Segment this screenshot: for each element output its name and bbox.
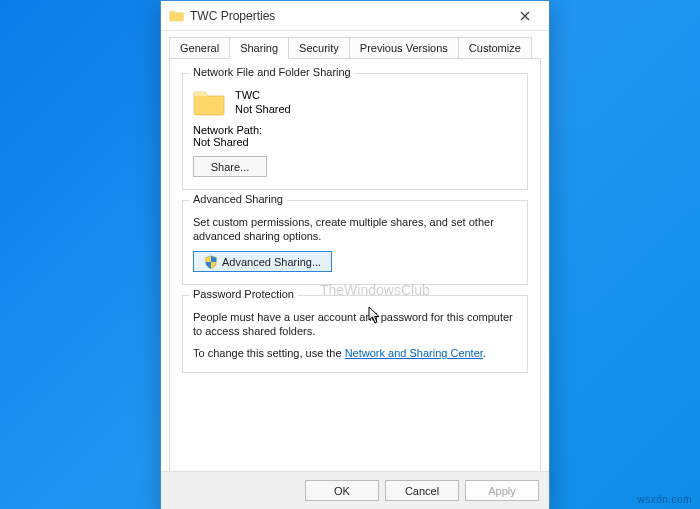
folder-name: TWC: [235, 88, 291, 102]
tab-security[interactable]: Security: [288, 37, 350, 58]
window-title: TWC Properties: [190, 9, 503, 23]
source-branding: wsxdn.com: [637, 494, 692, 505]
password-line2: To change this setting, use the Network …: [193, 346, 517, 360]
group-password-legend: Password Protection: [189, 288, 298, 300]
folder-large-icon: [193, 88, 225, 116]
folder-icon: [169, 9, 184, 22]
password-line1: People must have a user account and pass…: [193, 310, 517, 338]
tab-customize[interactable]: Customize: [458, 37, 532, 58]
network-path-label: Network Path:: [193, 124, 517, 136]
advanced-description: Set custom permissions, create multiple …: [193, 215, 517, 243]
uac-shield-icon: [204, 255, 218, 269]
network-sharing-center-link[interactable]: Network and Sharing Center: [345, 347, 483, 359]
password-line2-prefix: To change this setting, use the: [193, 347, 345, 359]
tab-sharing[interactable]: Sharing: [229, 37, 289, 59]
advanced-sharing-button[interactable]: Advanced Sharing...: [193, 251, 332, 272]
group-advanced-legend: Advanced Sharing: [189, 193, 287, 205]
dialog-footer: OK Cancel Apply: [161, 471, 549, 509]
properties-window: TWC Properties General Sharing Security …: [160, 0, 550, 509]
tab-general[interactable]: General: [169, 37, 230, 58]
apply-button[interactable]: Apply: [465, 480, 539, 501]
tab-strip: General Sharing Security Previous Versio…: [169, 37, 541, 58]
cancel-button[interactable]: Cancel: [385, 480, 459, 501]
group-password-protection: Password Protection People must have a u…: [182, 295, 528, 373]
share-button[interactable]: Share...: [193, 156, 267, 177]
network-path-value: Not Shared: [193, 136, 517, 148]
close-button[interactable]: [503, 2, 547, 30]
advanced-sharing-button-label: Advanced Sharing...: [222, 256, 321, 268]
tab-previous-versions[interactable]: Previous Versions: [349, 37, 459, 58]
group-advanced-sharing: Advanced Sharing Set custom permissions,…: [182, 200, 528, 285]
titlebar[interactable]: TWC Properties: [161, 1, 549, 31]
share-status: Not Shared: [235, 102, 291, 116]
group-network-sharing: Network File and Folder Sharing TWC Not …: [182, 73, 528, 190]
ok-button[interactable]: OK: [305, 480, 379, 501]
group-network-legend: Network File and Folder Sharing: [189, 66, 355, 78]
tab-panel-sharing: Network File and Folder Sharing TWC Not …: [169, 58, 541, 486]
password-line2-suffix: .: [483, 347, 486, 359]
